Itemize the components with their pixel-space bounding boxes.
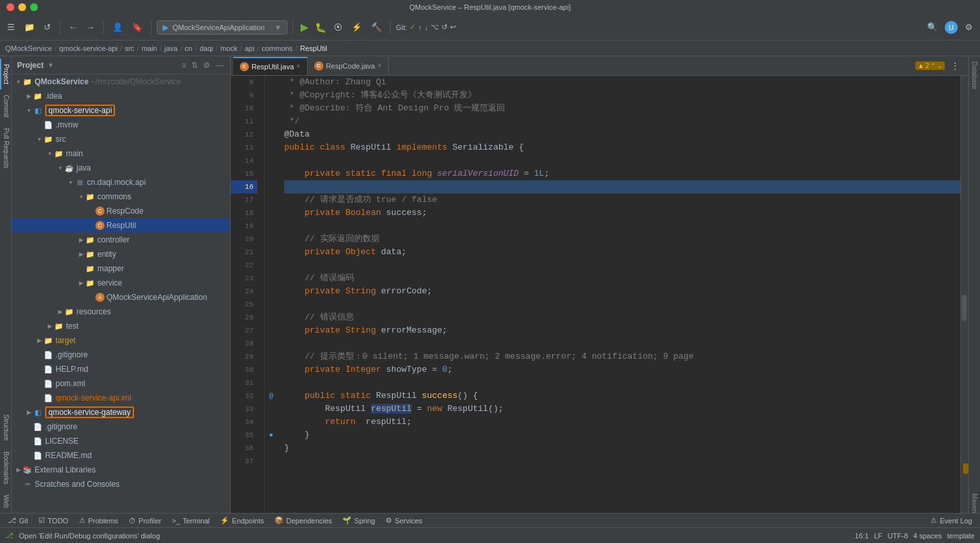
bookmark-button[interactable]: 🔖 xyxy=(129,20,146,34)
bottom-tab-git[interactable]: ⎇ Git xyxy=(5,515,31,526)
tree-item-resputil[interactable]: ▶ C RespUtil xyxy=(12,218,230,233)
maven-panel-tab[interactable]: Maven xyxy=(971,493,978,513)
tree-item-ext-libs[interactable]: ▶ 📚 External Libraries xyxy=(12,463,230,477)
maximize-button[interactable] xyxy=(30,3,38,11)
encoding[interactable]: UTF-8 xyxy=(888,532,908,540)
sidebar-item-structure[interactable]: Structure xyxy=(0,409,11,446)
scrollbar-thumb[interactable] xyxy=(962,295,967,321)
bottom-tab-terminal[interactable]: >_ Terminal xyxy=(169,516,212,526)
tree-item-idea[interactable]: ▶ 📁 .idea xyxy=(12,89,230,103)
breadcrumb-item-3[interactable]: main xyxy=(142,44,157,52)
build-button[interactable]: 🔨 xyxy=(368,20,385,34)
tree-item-iml[interactable]: ▶ 📄 qmock-service-api.iml xyxy=(12,391,230,405)
close-panel-button[interactable]: — xyxy=(214,59,225,71)
breadcrumb-item-6[interactable]: daqi xyxy=(199,44,213,52)
breadcrumb-item-1[interactable]: qmock-service-api xyxy=(59,44,118,52)
open-button[interactable]: 📁 xyxy=(21,20,38,34)
gear-settings-button[interactable]: ⚙ xyxy=(202,59,212,71)
tree-item-readme[interactable]: ▶ 📄 README.md xyxy=(12,448,230,463)
breadcrumb-item-0[interactable]: QMockService xyxy=(5,44,52,52)
bottom-tab-dependencies[interactable]: 📦 Dependencies xyxy=(272,515,335,526)
tab-close-respcode[interactable]: × xyxy=(378,62,382,69)
license-icon: 📄 xyxy=(33,436,43,446)
tab-respcode[interactable]: C RespCode.java × xyxy=(308,57,389,75)
tree-item-controller[interactable]: ▶ 📁 controller xyxy=(12,233,230,247)
tree-item-qmock-app[interactable]: ▶ A QMockServiceApiApplication xyxy=(12,290,230,304)
breadcrumb-item-2[interactable]: src xyxy=(125,44,135,52)
sort-button[interactable]: ⇅ xyxy=(190,59,199,71)
database-panel-tab[interactable]: Database xyxy=(971,61,978,90)
ln-10: 10 xyxy=(231,102,257,115)
window-controls[interactable] xyxy=(7,3,38,11)
breadcrumb-item-4[interactable]: java xyxy=(165,44,178,52)
collapse-all-button[interactable]: ≡ xyxy=(180,59,188,71)
tree-item-cn-daqi[interactable]: ▾ ⊞ cn.daqi.mock.api xyxy=(12,175,230,189)
breadcrumb-item-8[interactable]: api xyxy=(245,44,255,52)
tree-item-target[interactable]: ▶ 📁 target xyxy=(12,333,230,348)
code-line-33: RespUtil respUtil = new RespUtil(); xyxy=(284,403,960,416)
tree-item-service[interactable]: ▶ 📁 service xyxy=(12,276,230,290)
status-message[interactable]: Open 'Edit Run/Debug configurations' dia… xyxy=(19,532,160,540)
tree-item-pom[interactable]: ▶ 📄 pom.xml xyxy=(12,376,230,391)
tree-item-gateway[interactable]: ▶ ◧ qmock-service-gateway xyxy=(12,405,230,420)
bottom-tab-event-log[interactable]: ⚠ Event Log xyxy=(928,515,975,526)
tree-item-java[interactable]: ▾ ☕ java xyxy=(12,161,230,175)
close-button[interactable] xyxy=(7,3,14,11)
user-avatar[interactable]: U xyxy=(945,21,958,34)
back-button[interactable]: ← xyxy=(65,20,80,34)
tree-item-qmock-service-api[interactable]: ▾ ◧ qmock-service-api xyxy=(12,103,230,118)
sync-button[interactable]: ↺ xyxy=(41,20,54,34)
bottom-tab-problems[interactable]: ⚠ Problems xyxy=(76,515,121,526)
profile-run-button[interactable]: ⚡ xyxy=(348,20,365,34)
profile-button[interactable]: 👤 xyxy=(109,20,126,34)
tab-resputil[interactable]: C RespUtil.java × xyxy=(233,57,308,75)
sidebar-item-web[interactable]: Web xyxy=(0,489,11,513)
bottom-tab-spring[interactable]: 🌱 Spring xyxy=(340,515,378,526)
forward-button[interactable]: → xyxy=(83,20,98,34)
indent[interactable]: 4 spaces xyxy=(913,532,942,540)
sidebar-item-bookmarks[interactable]: Bookmarks xyxy=(0,446,11,489)
run-button[interactable]: ▶ xyxy=(299,19,310,35)
tree-item-entity[interactable]: ▶ 📁 entity xyxy=(12,247,230,261)
search-everywhere-button[interactable]: 🔍 xyxy=(924,20,941,34)
tree-item-gitignore2[interactable]: ▶ 📄 .gitignore xyxy=(12,420,230,434)
bottom-tab-todo[interactable]: ☑ TODO xyxy=(36,515,71,526)
tree-item-resources[interactable]: ▶ 📁 resources xyxy=(12,304,230,319)
sidebar-item-commit[interactable]: Commit xyxy=(0,90,11,122)
tree-item-mvnw[interactable]: ▶ 📄 .mvnw xyxy=(12,118,230,132)
bottom-tab-endpoints[interactable]: ⚡ Endpoints xyxy=(218,515,267,526)
tree-item-gitignore1[interactable]: ▶ 📄 .gitignore xyxy=(12,348,230,362)
run-config-dropdown[interactable]: ▶ QMockServiceApiApplication ▼ xyxy=(157,20,287,35)
breadcrumb-item-10[interactable]: RespUtil xyxy=(300,44,327,52)
tree-item-respcode[interactable]: ▶ C RespCode xyxy=(12,204,230,218)
bottom-tab-profiler[interactable]: ⏱ Profiler xyxy=(126,516,164,526)
settings-button[interactable]: ⚙ xyxy=(962,20,976,34)
sidebar-item-project[interactable]: Project xyxy=(0,59,11,90)
line-col[interactable]: 16:1 xyxy=(855,532,868,540)
tab-close-resputil[interactable]: × xyxy=(297,63,301,70)
menu-button[interactable]: ☰ xyxy=(4,20,18,34)
breadcrumb-item-7[interactable]: mock xyxy=(220,44,237,52)
tree-item-src[interactable]: ▾ 📁 src xyxy=(12,132,230,146)
tree-item-help[interactable]: ▶ 📄 HELP.md xyxy=(12,362,230,376)
coverage-button[interactable]: ⦿ xyxy=(331,20,346,34)
breadcrumb: QMockService / qmock-service-api / src /… xyxy=(0,41,980,56)
breadcrumb-item-5[interactable]: cn xyxy=(185,44,193,52)
gitignore1-label: .gitignore xyxy=(56,350,88,359)
code-editor[interactable]: 8 9 10 11 12 13 14 15 16 17 18 19 20 21 … xyxy=(231,76,968,513)
sidebar-item-pull-requests[interactable]: Pull Requests xyxy=(0,123,11,174)
debug-button[interactable]: 🐛 xyxy=(313,20,328,35)
tree-item-test[interactable]: ▶ 📁 test xyxy=(12,319,230,333)
template-label[interactable]: template xyxy=(947,532,975,540)
tree-item-main[interactable]: ▾ 📁 main xyxy=(12,146,230,161)
tree-root[interactable]: ▾ 📁 QMockService ~/mrzcode/QMockService xyxy=(12,74,230,89)
minimize-button[interactable] xyxy=(18,3,26,11)
breadcrumb-item-9[interactable]: commons xyxy=(261,44,293,52)
tree-item-commons[interactable]: ▾ 📁 commons xyxy=(12,189,230,204)
code-content[interactable]: * @Author: Zhang Qi * @Copyright: 博客&公众号… xyxy=(278,76,960,513)
bottom-tab-services[interactable]: ⚙ Services xyxy=(383,515,425,526)
tree-item-mapper[interactable]: ▶ 📁 mapper xyxy=(12,261,230,276)
tree-item-license[interactable]: ▶ 📄 LICENSE xyxy=(12,434,230,448)
tree-item-scratches[interactable]: ▶ ✏ Scratches and Consoles xyxy=(12,477,230,491)
tab-more-button[interactable]: ⋮ xyxy=(947,59,963,73)
